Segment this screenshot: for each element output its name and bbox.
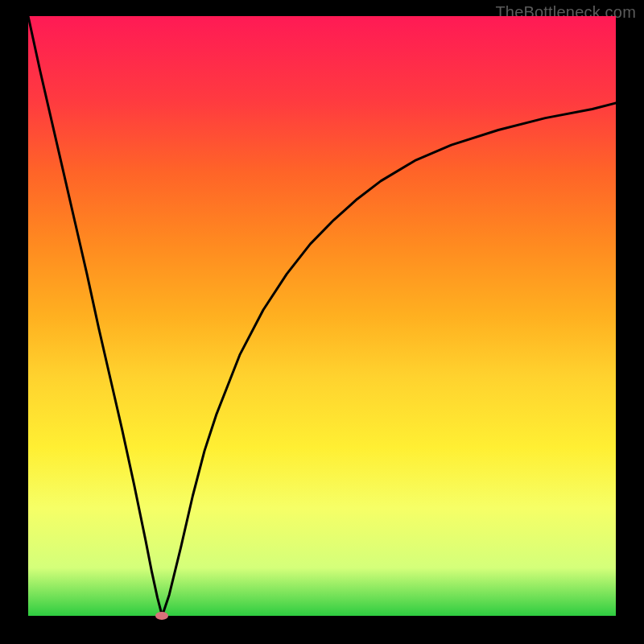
plot-area — [28, 16, 616, 616]
min-marker — [155, 612, 168, 620]
curve-path — [28, 16, 616, 616]
chart-frame: TheBottleneck.com — [0, 0, 644, 644]
curve-layer — [28, 16, 616, 616]
